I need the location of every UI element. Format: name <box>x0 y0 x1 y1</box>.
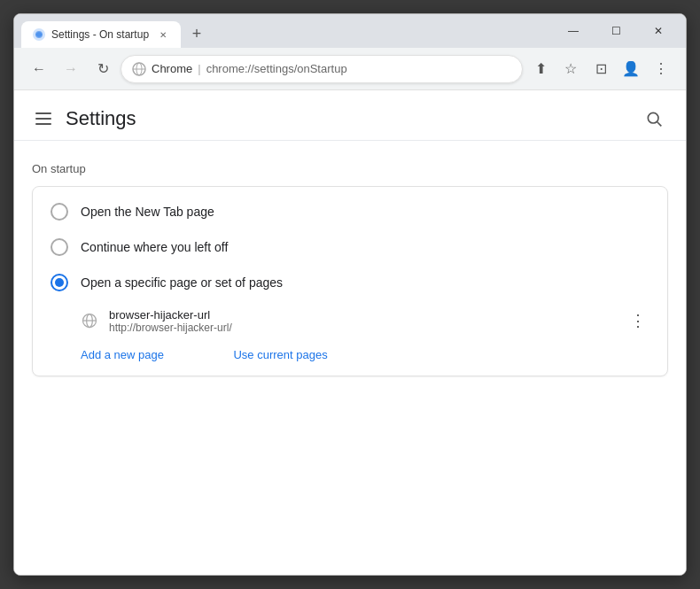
settings-header: Settings <box>14 90 686 141</box>
radio-label-specific: Open a specific page or set of pages <box>81 275 283 290</box>
forward-button[interactable]: → <box>57 55 85 83</box>
share-button[interactable]: ⬆ <box>526 55 555 83</box>
address-favicon-icon <box>132 62 146 76</box>
startup-options-card: Open the New Tab page Continue where you… <box>32 186 668 376</box>
radio-label-new-tab: Open the New Tab page <box>81 205 214 219</box>
bookmark-button[interactable]: ☆ <box>556 55 585 83</box>
settings-body: On startup Open the New Tab page Continu… <box>14 141 686 398</box>
close-button[interactable]: ✕ <box>638 17 679 45</box>
maximize-button[interactable]: ☐ <box>595 17 636 45</box>
extensions-button[interactable]: ⊡ <box>587 55 615 83</box>
profile-button[interactable]: 👤 <box>617 55 645 83</box>
refresh-button[interactable]: ↻ <box>89 55 117 83</box>
page-name: browser-hijacker-url <box>109 308 616 322</box>
svg-line-6 <box>657 122 662 127</box>
address-separator: | <box>198 62 200 75</box>
add-new-page-button[interactable]: Add a new page <box>33 341 182 368</box>
window-controls: — ☐ ✕ <box>553 17 679 45</box>
address-url: chrome://settings/onStartup <box>206 62 347 75</box>
settings-search-button[interactable] <box>640 105 668 133</box>
use-current-pages-button[interactable]: Use current pages <box>185 341 345 368</box>
nav-actions: ⬆ ☆ ⊡ 👤 ⋮ <box>526 55 675 83</box>
tab-strip: Settings - On startup ✕ + <box>21 14 546 48</box>
tab-favicon-icon <box>32 27 46 42</box>
radio-option-continue[interactable]: Continue where you left off <box>33 229 667 265</box>
settings-header-left: Settings <box>32 107 136 130</box>
minimize-button[interactable]: — <box>553 17 594 45</box>
hamburger-line-3 <box>35 123 51 125</box>
radio-circle-new-tab <box>51 203 68 221</box>
settings-body-wrapper: PC pk.com On startup Open the New Tab pa… <box>14 141 686 398</box>
tab-close-button[interactable]: ✕ <box>156 27 170 42</box>
globe-icon <box>81 312 98 329</box>
radio-label-continue: Continue where you left off <box>81 240 228 254</box>
radio-option-new-tab[interactable]: Open the New Tab page <box>33 194 667 229</box>
address-text: Chrome | chrome://settings/onStartup <box>152 62 511 75</box>
tab-title: Settings - On startup <box>51 28 151 41</box>
startup-page-entry: browser-hijacker-url http://browser-hija… <box>33 300 667 341</box>
page-url: http://browser-hijacker-url/ <box>109 322 616 334</box>
more-options-button[interactable]: ⋮ <box>626 307 649 334</box>
page-title: Settings <box>66 107 136 130</box>
hamburger-menu-button[interactable] <box>32 109 55 128</box>
hamburger-line-2 <box>35 118 51 120</box>
browser-window: Settings - On startup ✕ + — ☐ ✕ ← → ↻ <box>13 13 687 576</box>
settings-content: Settings PC pk.com On startup <box>14 90 686 575</box>
active-tab[interactable]: Settings - On startup ✕ <box>21 21 181 48</box>
radio-circle-continue <box>51 238 68 256</box>
section-label: On startup <box>32 162 668 175</box>
radio-circle-specific <box>51 274 68 291</box>
back-button[interactable]: ← <box>25 55 53 83</box>
address-bar[interactable]: Chrome | chrome://settings/onStartup <box>121 55 523 83</box>
page-info: browser-hijacker-url http://browser-hija… <box>109 308 616 334</box>
new-tab-button[interactable]: + <box>184 21 209 46</box>
address-brand: Chrome <box>152 62 192 75</box>
radio-option-specific[interactable]: Open a specific page or set of pages <box>33 265 667 300</box>
nav-bar: ← → ↻ Chrome | chrome://settings/onStart… <box>14 48 686 90</box>
hamburger-line-1 <box>35 112 51 114</box>
menu-button[interactable]: ⋮ <box>647 55 675 83</box>
title-bar: Settings - On startup ✕ + — ☐ ✕ <box>14 14 686 48</box>
svg-point-5 <box>648 112 658 123</box>
